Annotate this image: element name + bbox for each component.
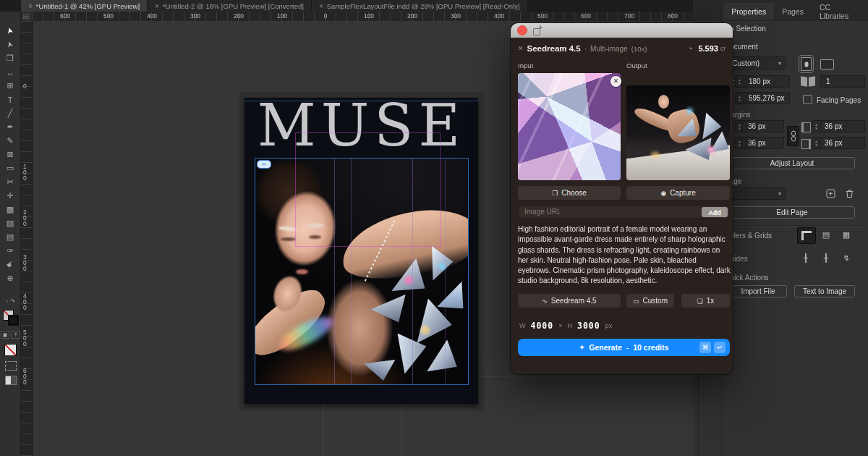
frame-edges-icon[interactable] xyxy=(5,361,17,371)
tab-untitled-1[interactable]: × *Untitled-1 @ 42% [GPU Preview] xyxy=(21,0,148,12)
type-tool[interactable]: T xyxy=(3,95,17,104)
hruler-number: 600 xyxy=(60,12,70,20)
document-grid-button[interactable]: ▦ xyxy=(838,227,855,242)
vruler-number: 6 0 0 xyxy=(23,368,27,385)
input-image-thumbnail[interactable] xyxy=(518,73,621,180)
margin-right-field[interactable]: 36 px xyxy=(812,137,865,149)
vertical-ruler[interactable]: 01 0 02 0 03 0 04 0 05 0 06 0 0 xyxy=(21,21,33,456)
margin-bottom-field[interactable]: 36 px xyxy=(735,137,784,149)
pen-tool[interactable]: ✒ xyxy=(3,122,17,132)
spinner-icon[interactable] xyxy=(736,138,744,148)
spinner-icon[interactable] xyxy=(736,93,744,104)
edit-page-button[interactable]: Edit Page xyxy=(729,206,855,219)
close-window-button[interactable] xyxy=(517,25,527,35)
doc-width-field[interactable]: 180 px xyxy=(735,75,790,88)
batch-count-button[interactable]: ❏ 1x xyxy=(681,294,730,308)
delete-page-button[interactable] xyxy=(841,186,858,201)
rectangle-tool[interactable]: ▭ xyxy=(3,164,17,173)
image-url-input[interactable] xyxy=(519,206,729,218)
page-select[interactable] xyxy=(725,187,786,200)
apply-none-swatch[interactable] xyxy=(4,344,17,356)
default-fill-stroke-icon[interactable]: ▫ xyxy=(6,298,8,305)
spinner-icon[interactable] xyxy=(812,121,821,132)
remove-input-icon[interactable]: ✕ xyxy=(610,76,621,87)
model-select-button[interactable]: ∿ Seedream 4.5 xyxy=(518,294,621,308)
note-tool[interactable]: ▤ xyxy=(3,232,17,242)
pages-count-field[interactable]: 1 xyxy=(820,75,865,88)
scissors-tool[interactable]: ✂ xyxy=(3,177,17,187)
close-tab-icon[interactable]: × xyxy=(319,2,323,10)
add-page-button[interactable] xyxy=(822,186,839,201)
facing-pages-checkbox[interactable] xyxy=(803,95,812,104)
content-collector-tool[interactable]: ⊞ xyxy=(3,81,17,90)
dialog-titlebar[interactable] xyxy=(511,23,733,38)
gap-tool[interactable]: ↔ xyxy=(3,67,17,77)
text-to-image-button[interactable]: Text to Image xyxy=(794,285,855,297)
history-icon[interactable]: ◔ xyxy=(688,44,693,53)
height-value-input[interactable]: 3000 xyxy=(577,321,600,331)
page-tool[interactable]: ❐ xyxy=(3,54,17,63)
margin-top-field[interactable]: 36 px xyxy=(735,120,784,132)
swap-fill-stroke-icon[interactable]: ↷ xyxy=(10,298,15,305)
doc-height-field[interactable]: 595,276 px xyxy=(735,92,790,104)
ruler-origin-box[interactable] xyxy=(21,12,33,22)
tab-properties[interactable]: Properties xyxy=(723,3,774,20)
selection-tool[interactable]: ➤ xyxy=(3,26,17,35)
fill-stroke-swatches[interactable] xyxy=(3,310,19,326)
document-tab-bar: × *Untitled-1 @ 42% [GPU Preview] × *Unt… xyxy=(0,0,693,12)
apply-to-text-button[interactable]: T xyxy=(12,331,20,339)
free-transform-tool[interactable]: ✛ xyxy=(3,191,17,200)
spinner-icon[interactable] xyxy=(736,76,744,87)
adjust-layout-button[interactable]: Adjust Layout xyxy=(729,157,855,169)
line-tool[interactable]: ╱ xyxy=(3,109,17,118)
apply-to-container-button[interactable]: ▣ xyxy=(1,331,9,339)
duplicate-window-icon[interactable] xyxy=(533,26,542,35)
masthead-text[interactable]: MUSE xyxy=(244,91,478,159)
screen-mode-icon[interactable] xyxy=(5,376,17,385)
spinner-icon[interactable] xyxy=(812,138,821,148)
show-rulers-button[interactable] xyxy=(797,227,816,244)
stroke-color-swatch[interactable] xyxy=(8,315,19,326)
tab-sampleflexlayout[interactable]: × SampleFlexLayoutFile.indd @ 28% [GPU P… xyxy=(312,0,528,12)
portrait-orientation-button[interactable] xyxy=(801,57,812,71)
margin-left-field[interactable]: 36 px xyxy=(812,120,865,132)
smart-guides-button[interactable]: ↯ xyxy=(838,250,855,266)
document-preset-select[interactable]: (Custom) xyxy=(725,56,786,69)
collapse-icon[interactable]: ✕ xyxy=(518,45,524,52)
facing-pages-option[interactable]: Facing Pages xyxy=(803,95,861,104)
add-url-button[interactable]: Add xyxy=(702,207,728,217)
capture-button[interactable]: ◉ Capture xyxy=(626,186,730,200)
image-url-field[interactable]: Add xyxy=(518,205,730,219)
hand-tool[interactable]: ☛ xyxy=(3,260,17,269)
pencil-tool[interactable]: ✎ xyxy=(3,136,17,145)
lock-guides-button[interactable]: ╂ xyxy=(817,250,835,266)
gradient-feather-tool[interactable]: ▨ xyxy=(3,219,17,228)
link-badge[interactable]: ∞ xyxy=(257,160,271,169)
tab-cc-libraries[interactable]: CC Libraries xyxy=(812,3,868,20)
mode-label[interactable]: Multi-image xyxy=(590,45,628,53)
baseline-grid-button[interactable]: ▤ xyxy=(817,227,835,242)
tab-pages[interactable]: Pages xyxy=(774,3,812,20)
horizontal-ruler[interactable]: 6005004003002001000100200300400500600700… xyxy=(32,12,693,22)
frame-tool[interactable]: ⊠ xyxy=(3,150,17,159)
spinner-icon[interactable] xyxy=(736,121,744,132)
prompt-text[interactable]: High fashion editorial portrait of a fem… xyxy=(518,224,731,287)
landscape-orientation-button[interactable] xyxy=(820,59,834,69)
width-value-input[interactable]: 4000 xyxy=(531,321,554,331)
gradient-tool[interactable]: ▩ xyxy=(3,205,17,214)
eyedropper-tool[interactable]: ✑ xyxy=(3,246,17,256)
direct-selection-tool[interactable]: ➤ xyxy=(3,40,17,49)
tab-untitled-2[interactable]: × *Untitled-2 @ 16% [GPU Preview] [Conve… xyxy=(148,0,312,12)
generate-button[interactable]: ✦ Generate - 10 credits ⌘ ↵ xyxy=(518,339,730,356)
custom-size-button[interactable]: ▭ Custom xyxy=(626,294,674,308)
magazine-page[interactable]: MUSE xyxy=(244,98,478,404)
choose-button[interactable]: ❐ Choose xyxy=(518,186,621,200)
import-file-button[interactable]: Import File xyxy=(729,285,787,297)
close-tab-icon[interactable]: × xyxy=(155,2,159,10)
output-image-thumbnail[interactable] xyxy=(626,85,730,180)
link-margins-button[interactable] xyxy=(787,126,799,146)
cover-photo-frame[interactable]: ∞ xyxy=(255,158,469,385)
show-guides-button[interactable]: ╂ xyxy=(797,250,814,266)
zoom-tool[interactable]: ⊕ xyxy=(3,274,17,283)
close-tab-icon[interactable]: × xyxy=(28,2,33,10)
